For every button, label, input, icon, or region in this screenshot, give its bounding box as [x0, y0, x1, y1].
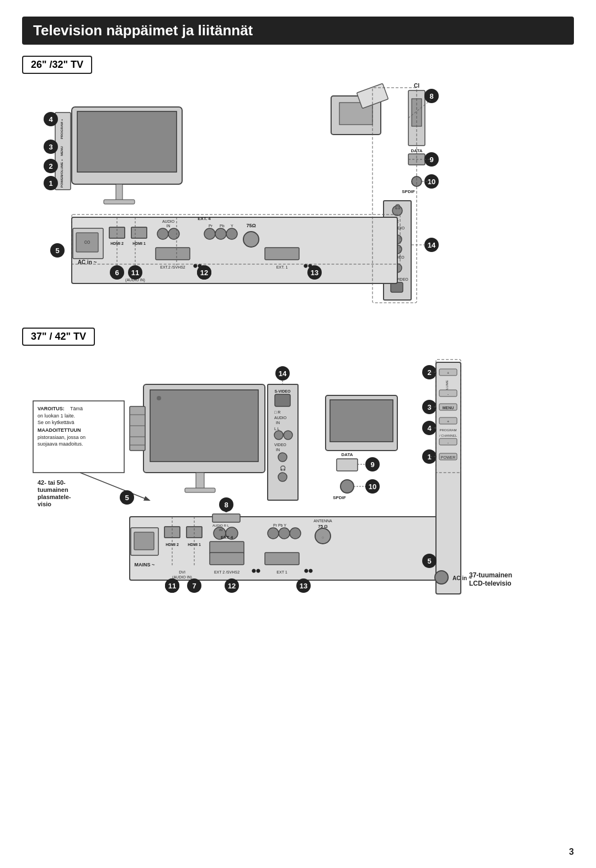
svg-text:AUDIO: AUDIO: [274, 416, 287, 420]
svg-text:13: 13: [311, 269, 318, 277]
svg-point-116: [157, 396, 161, 400]
svg-rect-117: [196, 473, 204, 489]
bottom-diagram-svg: VAROITUS: Tämä on luokan 1 laite. Se on …: [22, 357, 574, 649]
svg-text:Tämä: Tämä: [70, 406, 83, 411]
svg-point-137: [278, 473, 287, 481]
svg-text:EXT 1: EXT 1: [276, 570, 287, 574]
svg-text:9: 9: [370, 460, 374, 469]
bottom-diagram-area: VAROITUS: Tämä on luokan 1 laite. Se on …: [22, 357, 574, 633]
svg-text:ANTENNA: ANTENNA: [313, 519, 332, 523]
svg-rect-19: [356, 83, 388, 108]
svg-text:AUDIO R  L: AUDIO R L: [212, 524, 230, 527]
svg-text:1: 1: [49, 179, 52, 187]
svg-text:⬤⬤: ⬤⬤: [304, 569, 313, 573]
svg-text:5: 5: [427, 557, 431, 565]
svg-text:DATA: DATA: [341, 452, 353, 457]
svg-text:MENU: MENU: [60, 146, 63, 156]
svg-text:EXT.2 /SVHS2: EXT.2 /SVHS2: [160, 265, 185, 269]
svg-text:Pb: Pb: [220, 224, 225, 228]
top-diagram-area: PROGRAM + MENU VOLUME + POWER 4 3 2 1: [22, 79, 574, 311]
svg-rect-183: [210, 553, 244, 565]
svg-text:visio: visio: [38, 501, 51, 507]
svg-text:42- tai 50-: 42- tai 50-: [38, 479, 66, 486]
svg-point-174: [268, 528, 279, 539]
bottom-diagram-section: 37" / 42" TV VAROITUS: Tämä on luokan 1 …: [22, 328, 574, 633]
svg-text:11: 11: [168, 582, 176, 590]
svg-rect-119: [130, 406, 145, 451]
svg-text:4: 4: [49, 115, 53, 124]
svg-text:Se on kytkettävä: Se on kytkettävä: [38, 420, 74, 425]
svg-rect-126: [275, 394, 290, 406]
svg-text:SPDIF: SPDIF: [333, 495, 346, 500]
svg-text:MAADOITETTUUN: MAADOITETTUUN: [38, 427, 81, 433]
svg-text:3: 3: [49, 143, 52, 151]
svg-text:L  L: L L: [274, 427, 280, 431]
svg-text:5: 5: [55, 247, 59, 255]
svg-text:○: ○: [322, 535, 324, 539]
svg-text:∞: ∞: [84, 237, 90, 247]
svg-text:S-VIDEO: S-VIDEO: [275, 389, 291, 393]
svg-text:PROGRAM +: PROGRAM +: [60, 119, 63, 139]
svg-point-79: [226, 228, 237, 239]
svg-text:7: 7: [192, 582, 196, 590]
svg-rect-171: [210, 542, 244, 554]
svg-text:37-tuumainen: 37-tuumainen: [469, 571, 512, 579]
svg-rect-155: [134, 532, 154, 550]
svg-text:🎧: 🎧: [280, 465, 286, 471]
svg-text:EXT 4: EXT 4: [221, 535, 233, 540]
title-bar: Television näppäimet ja liitännät: [22, 17, 574, 45]
svg-point-77: [204, 228, 215, 239]
svg-text:IN: IN: [219, 528, 222, 532]
svg-rect-89: [265, 248, 299, 260]
svg-point-176: [290, 528, 301, 539]
svg-text:LCD-televisio: LCD-televisio: [469, 580, 512, 587]
svg-point-72: [168, 228, 179, 239]
svg-text:□ R: □ R: [274, 410, 280, 414]
svg-rect-142: [330, 400, 393, 442]
svg-text:2: 2: [49, 162, 52, 170]
svg-text:MAINS ~: MAINS ~: [135, 562, 155, 567]
svg-rect-2: [116, 184, 123, 201]
svg-point-71: [157, 228, 168, 239]
svg-point-135: [278, 453, 287, 462]
svg-text:75Ω: 75Ω: [246, 223, 256, 228]
svg-point-81: [243, 232, 259, 247]
svg-text:12: 12: [228, 582, 236, 590]
svg-rect-181: [212, 514, 240, 522]
svg-text:5: 5: [125, 494, 129, 502]
svg-text:MENU: MENU: [443, 406, 454, 410]
svg-text:IN: IN: [167, 224, 171, 228]
svg-text:14: 14: [279, 369, 287, 378]
page-title: Television näppäimet ja liitännät: [33, 22, 563, 39]
svg-rect-199: [436, 362, 461, 594]
svg-text:POWER: POWER: [441, 456, 455, 459]
svg-text:10: 10: [369, 483, 376, 491]
page-number: 3: [569, 847, 574, 857]
svg-text:EXT. 1: EXT. 1: [276, 265, 288, 269]
svg-text:VOLUME +: VOLUME +: [60, 159, 63, 176]
svg-point-78: [215, 228, 226, 239]
svg-rect-118: [185, 488, 215, 492]
svg-text:🎧: 🎧: [395, 203, 401, 210]
svg-text:(AUDIO IN): (AUDIO IN): [172, 575, 192, 580]
svg-text:suojaava maadoitus.: suojaava maadoitus.: [38, 441, 83, 447]
svg-text:tuumainen: tuumainen: [38, 486, 68, 493]
svg-text:+: +: [447, 371, 449, 375]
svg-text:EXT. 4: EXT. 4: [198, 216, 211, 221]
svg-text:SPDIF: SPDIF: [402, 189, 415, 194]
svg-text:on luokan 1 laite.: on luokan 1 laite.: [38, 413, 75, 419]
svg-point-132: [284, 431, 292, 440]
svg-rect-143: [337, 459, 358, 471]
svg-point-131: [274, 431, 283, 440]
svg-point-147: [340, 480, 354, 493]
top-diagram-section: 26" /32" TV PROGRAM + MENU VOLUME + POWE…: [22, 56, 574, 311]
svg-text:+: +: [447, 420, 449, 424]
svg-text:⬤⬤: ⬤⬤: [252, 569, 260, 573]
svg-rect-3: [104, 200, 135, 204]
svg-text:9: 9: [429, 156, 433, 164]
svg-text:/ CHANNEL: / CHANNEL: [439, 434, 457, 437]
bottom-section-label: 37" / 42" TV: [22, 328, 95, 346]
svg-text:13: 13: [300, 582, 307, 590]
svg-text:8: 8: [224, 501, 228, 509]
svg-point-175: [279, 528, 290, 539]
